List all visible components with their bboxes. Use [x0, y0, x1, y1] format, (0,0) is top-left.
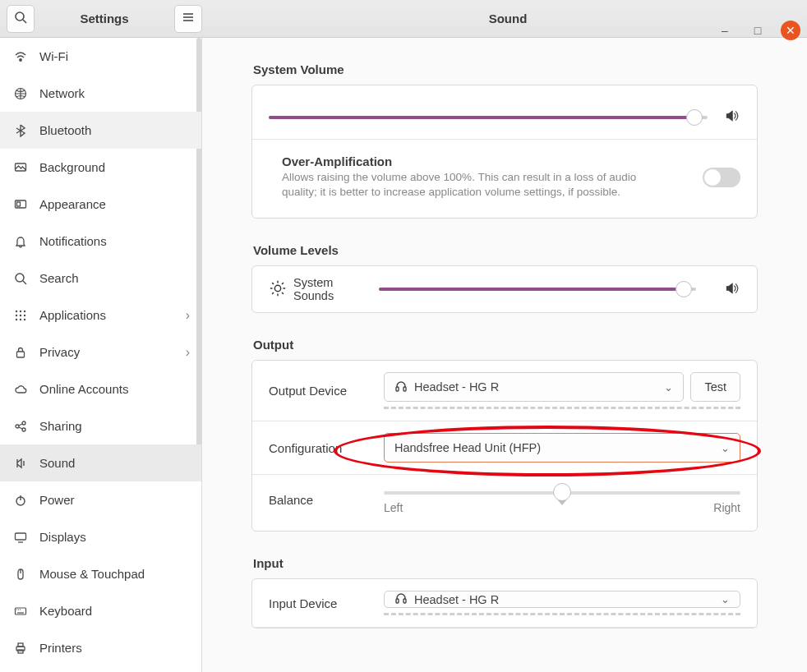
mouse-icon	[13, 568, 28, 581]
hamburger-button[interactable]	[174, 5, 202, 33]
titlebar-right: Sound – □ ✕	[209, 12, 807, 25]
svg-point-41	[274, 285, 280, 291]
sidebar-item-appearance[interactable]: Appearance	[0, 186, 201, 223]
system-volume-row	[252, 85, 757, 140]
svg-point-24	[22, 428, 25, 431]
sidebar-item-label: Online Accounts	[39, 382, 128, 396]
sidebar-item-label: Displays	[39, 530, 86, 544]
app-title: Settings	[36, 12, 173, 25]
chevron-down-icon: ⌄	[664, 381, 673, 394]
lock-icon	[13, 346, 28, 359]
output-level-indicator	[384, 407, 740, 409]
balance-thumb[interactable]	[553, 483, 571, 501]
balance-label: Balance	[269, 486, 367, 507]
bell-icon	[13, 235, 28, 248]
sidebar-item-notifications[interactable]: Notifications	[0, 223, 201, 260]
wifi-icon	[13, 50, 28, 63]
sidebar-item-privacy[interactable]: Privacy ›	[0, 334, 201, 371]
headphones-icon	[394, 591, 414, 607]
over-amp-switch[interactable]	[703, 168, 740, 187]
search-button[interactable]	[7, 5, 35, 33]
headphones-icon	[394, 380, 414, 395]
system-volume-slider[interactable]	[269, 116, 708, 119]
svg-point-16	[20, 314, 21, 315]
balance-right-label: Right	[713, 501, 740, 514]
sidebar-item-mouse-touchpad[interactable]: Mouse & Touchpad	[0, 555, 201, 592]
input-device-label: Input Device	[269, 596, 367, 610]
balance-slider[interactable]	[384, 491, 740, 495]
sidebar-item-background[interactable]: Background	[0, 149, 201, 186]
slider-thumb[interactable]	[676, 281, 692, 297]
close-button[interactable]: ✕	[781, 21, 800, 40]
svg-rect-39	[18, 643, 23, 647]
sidebar-item-online-accounts[interactable]: Online Accounts	[0, 371, 201, 407]
sidebar-item-applications[interactable]: Applications ›	[0, 297, 201, 334]
configuration-label: Configuration	[269, 441, 367, 455]
sidebar-item-label: Sharing	[39, 419, 82, 433]
sidebar-item-power[interactable]: Power	[0, 481, 201, 518]
output-device-select[interactable]: Headset - HG R ⌄	[384, 372, 684, 402]
output-device-label: Output Device	[269, 384, 367, 398]
sidebar-item-label: Power	[39, 493, 75, 507]
sidebar-item-label: Sound	[39, 456, 75, 470]
system-sounds-label: System Sounds	[293, 276, 367, 302]
minimize-icon: –	[722, 24, 728, 37]
globe-icon	[13, 87, 28, 100]
svg-rect-21	[17, 352, 25, 357]
sidebar-item-displays[interactable]: Displays	[0, 518, 201, 555]
svg-rect-40	[18, 650, 23, 653]
sidebar-item-label: Mouse & Touchpad	[39, 567, 145, 581]
system-sounds-slider[interactable]	[379, 288, 696, 291]
search-icon	[13, 272, 28, 285]
balance-left-label: Left	[384, 501, 403, 514]
minimize-button[interactable]: –	[715, 21, 735, 40]
svg-point-0	[16, 12, 24, 21]
sidebar: Wi-Fi Network Bluetooth Background Appea…	[0, 38, 202, 672]
chevron-down-icon: ⌄	[721, 442, 730, 454]
test-button[interactable]: Test	[690, 372, 740, 402]
sound-icon	[13, 457, 28, 470]
slider-fill	[269, 116, 694, 119]
titlebar: Settings Sound – □ ✕	[0, 0, 807, 38]
svg-rect-29	[16, 533, 26, 540]
close-icon: ✕	[786, 24, 795, 37]
over-amp-title: Over-Amplification	[282, 154, 683, 168]
input-level-indicator	[384, 613, 740, 615]
svg-point-10	[16, 274, 24, 282]
maximize-button[interactable]: □	[748, 21, 768, 40]
sidebar-item-label: Bluetooth	[39, 123, 91, 137]
sidebar-item-wifi[interactable]: Wi-Fi	[0, 38, 201, 75]
sidebar-item-label: Keyboard	[39, 604, 92, 618]
configuration-select[interactable]: Handsfree Head Unit (HFP) ⌄	[384, 433, 740, 463]
svg-point-5	[20, 58, 21, 60]
sidebar-item-sharing[interactable]: Sharing	[0, 407, 201, 444]
displays-icon	[13, 531, 28, 544]
sidebar-item-search[interactable]: Search	[0, 260, 201, 297]
svg-point-18	[16, 318, 17, 320]
sidebar-item-keyboard[interactable]: Keyboard	[0, 592, 201, 629]
slider-thumb[interactable]	[686, 109, 703, 126]
sidebar-item-printers[interactable]: Printers	[0, 629, 201, 666]
appearance-icon	[13, 198, 28, 211]
sidebar-item-label: Wi-Fi	[39, 49, 68, 63]
svg-point-17	[24, 314, 25, 315]
input-device-value: Headset - HG R	[414, 593, 499, 606]
titlebar-left: Settings	[0, 5, 209, 33]
speaker-icon[interactable]	[722, 281, 740, 298]
balance-row: Balance Left Right	[252, 475, 757, 531]
bluetooth-icon	[13, 124, 28, 137]
input-device-select[interactable]: Headset - HG R ⌄	[384, 591, 740, 608]
sidebar-item-bluetooth[interactable]: Bluetooth	[0, 112, 201, 149]
background-icon	[13, 161, 28, 174]
maximize-icon: □	[754, 24, 761, 37]
sidebar-item-sound[interactable]: Sound	[0, 444, 201, 481]
hamburger-icon	[182, 11, 195, 26]
system-volume-panel: Over-Amplification Allows raising the vo…	[251, 85, 758, 219]
over-amplification-row: Over-Amplification Allows raising the vo…	[252, 140, 757, 218]
speaker-icon[interactable]	[722, 108, 740, 126]
sidebar-item-network[interactable]: Network	[0, 75, 201, 112]
svg-line-1	[23, 20, 26, 23]
over-amp-description: Allows raising the volume above 100%. Th…	[282, 170, 660, 200]
volume-levels-heading: Volume Levels	[253, 243, 758, 257]
svg-line-25	[19, 424, 23, 426]
